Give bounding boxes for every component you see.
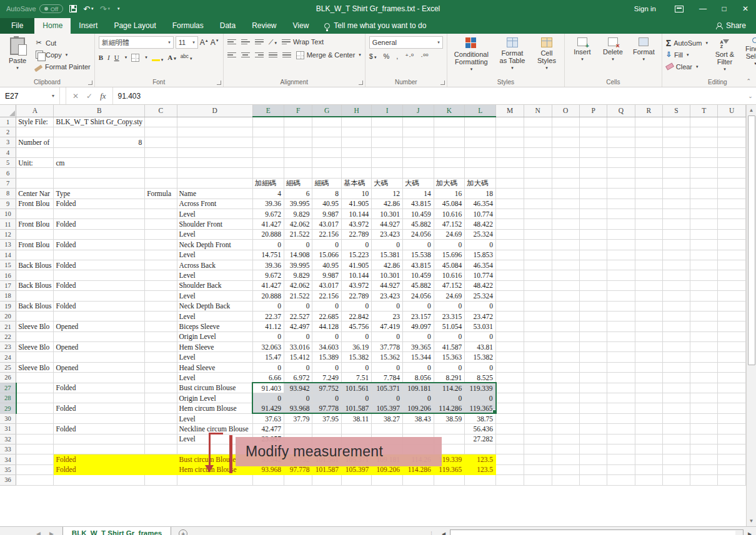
cell-P5[interactable]	[580, 158, 607, 168]
cell-N17[interactable]	[524, 280, 552, 290]
cell-I21[interactable]: 47.419	[372, 321, 403, 331]
cell-T2[interactable]	[690, 127, 718, 137]
fill-color-button[interactable]: ▾	[152, 53, 164, 62]
column-header-J[interactable]: J	[402, 105, 434, 117]
cell-I35[interactable]: 109.206	[372, 464, 403, 474]
cell-U2[interactable]	[718, 127, 746, 137]
cell-T31[interactable]	[690, 424, 718, 434]
cell-D4[interactable]	[177, 147, 252, 157]
cell-E2[interactable]	[252, 127, 284, 137]
cell-C13[interactable]	[145, 240, 177, 250]
cell-O24[interactable]	[552, 352, 580, 362]
cell-U5[interactable]	[718, 158, 746, 168]
cell-H14[interactable]: 15.223	[342, 250, 372, 260]
cell-D22[interactable]: Origin Level	[177, 331, 252, 341]
cell-P27[interactable]	[580, 383, 607, 393]
cell-N7[interactable]	[524, 178, 552, 188]
cell-F20[interactable]: 22.527	[284, 311, 312, 321]
cell-U19[interactable]	[718, 301, 746, 311]
cell-Q1[interactable]	[607, 117, 635, 127]
cell-N16[interactable]	[524, 270, 552, 280]
cell-L20[interactable]: 23.472	[465, 311, 496, 321]
cell-S2[interactable]	[663, 127, 690, 137]
cell-I27[interactable]: 105.371	[372, 383, 403, 393]
cell-B28[interactable]	[54, 393, 145, 403]
cell-L5[interactable]	[465, 158, 496, 168]
cell-J21[interactable]: 49.097	[402, 321, 434, 331]
sheet-tab-active[interactable]: BLK_W_T Shirt Gr_frames	[62, 527, 171, 535]
cell-N25[interactable]	[524, 362, 552, 372]
cell-G18[interactable]: 22.156	[312, 291, 342, 301]
cell-D20[interactable]: Level	[177, 311, 252, 321]
cell-A5[interactable]: Unit:	[16, 158, 54, 168]
delete-cells-button[interactable]: Delete▾	[599, 36, 627, 64]
cell-P26[interactable]	[580, 373, 607, 383]
cell-F17[interactable]: 42.062	[284, 280, 312, 290]
cell-T22[interactable]	[690, 331, 718, 341]
cell-U8[interactable]	[718, 189, 746, 199]
cell-M2[interactable]	[496, 127, 524, 137]
cell-O29[interactable]	[552, 403, 580, 413]
cell-C1[interactable]	[145, 117, 177, 127]
font-name-select[interactable]: 新細明體▾	[99, 36, 174, 49]
cell-B12[interactable]	[54, 229, 145, 239]
column-header-T[interactable]: T	[690, 105, 718, 117]
cell-L23[interactable]: 43.81	[465, 342, 496, 352]
cell-M12[interactable]	[496, 229, 524, 239]
cell-J30[interactable]: 38.43	[402, 413, 434, 423]
cell-C15[interactable]	[145, 260, 177, 270]
cell-I32[interactable]	[372, 434, 403, 444]
cell-F12[interactable]: 21.522	[284, 229, 312, 239]
cell-H26[interactable]: 7.51	[342, 373, 372, 383]
cell-K10[interactable]: 10.616	[434, 209, 465, 219]
cell-T19[interactable]	[690, 301, 718, 311]
cell-A20[interactable]	[16, 311, 54, 321]
cell-M36[interactable]	[496, 475, 524, 485]
cell-H8[interactable]: 10	[342, 189, 372, 199]
cell-D31[interactable]: Neckline circum Blouse	[177, 424, 252, 434]
cell-N24[interactable]	[524, 352, 552, 362]
cell-G34[interactable]: 101.561	[312, 454, 342, 464]
cell-C29[interactable]	[145, 403, 177, 413]
cell-I25[interactable]: 0	[372, 362, 403, 372]
middle-align-icon[interactable]	[241, 39, 250, 45]
cell-C2[interactable]	[145, 127, 177, 137]
cell-C9[interactable]	[145, 199, 177, 209]
cell-N15[interactable]	[524, 260, 552, 270]
cell-E24[interactable]: 15.47	[252, 352, 284, 362]
cell-L18[interactable]: 25.324	[465, 291, 496, 301]
cell-S35[interactable]	[663, 464, 690, 474]
row-header-11[interactable]: 11	[0, 219, 16, 229]
scroll-right-icon[interactable]: ▶	[745, 529, 755, 535]
row-header-20[interactable]: 20	[0, 311, 16, 321]
cell-C23[interactable]	[145, 342, 177, 352]
cell-C6[interactable]	[145, 168, 177, 178]
cell-N21[interactable]	[524, 321, 552, 331]
row-header-26[interactable]: 26	[0, 373, 16, 383]
cell-I9[interactable]: 42.86	[372, 199, 403, 209]
cell-A10[interactable]	[16, 209, 54, 219]
cell-T21[interactable]	[690, 321, 718, 331]
cell-G33[interactable]	[312, 444, 342, 454]
cell-F16[interactable]: 9.829	[284, 270, 312, 280]
cell-R30[interactable]	[635, 413, 662, 423]
cut-button[interactable]: ✂Cut	[34, 37, 91, 48]
cell-J9[interactable]: 43.815	[402, 199, 434, 209]
font-color-button[interactable]: A▾	[167, 54, 176, 61]
tab-page-layout[interactable]: Page Layout	[106, 18, 164, 34]
cell-S16[interactable]	[663, 270, 690, 280]
cell-M10[interactable]	[496, 209, 524, 219]
cell-B27[interactable]: Folded	[54, 383, 145, 393]
cell-R16[interactable]	[635, 270, 662, 280]
cell-N8[interactable]	[524, 189, 552, 199]
cell-H16[interactable]: 10.144	[342, 270, 372, 280]
cell-R32[interactable]	[635, 434, 662, 444]
cell-P33[interactable]	[580, 444, 607, 454]
cell-S18[interactable]	[663, 291, 690, 301]
cell-B34[interactable]: Folded	[54, 454, 145, 464]
cell-U9[interactable]	[718, 199, 746, 209]
cell-I6[interactable]	[372, 168, 403, 178]
cell-O9[interactable]	[552, 199, 580, 209]
cell-J5[interactable]	[402, 158, 434, 168]
cell-D34[interactable]: Bust circum Blouse	[177, 454, 252, 464]
